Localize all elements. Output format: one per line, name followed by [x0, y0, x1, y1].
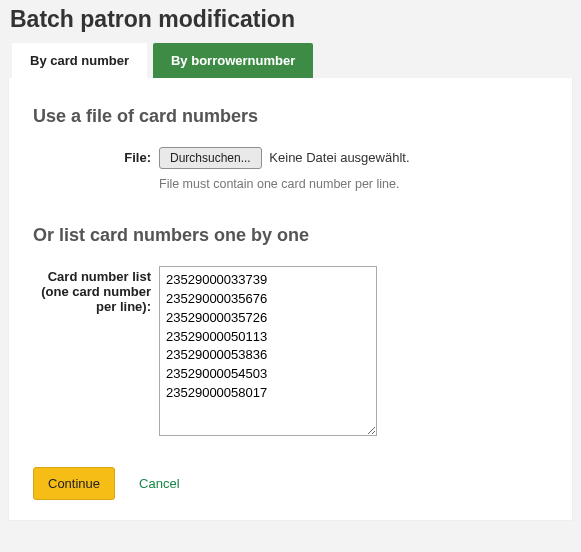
- browse-button[interactable]: Durchsuchen...: [159, 147, 262, 169]
- file-status: Keine Datei ausgewählt.: [269, 150, 409, 165]
- panel: Use a file of card numbers File: Durchsu…: [8, 78, 573, 521]
- file-hint: File must contain one card number per li…: [159, 177, 548, 191]
- tab-by-borrowernumber[interactable]: By borrowernumber: [153, 43, 313, 78]
- cancel-link[interactable]: Cancel: [139, 476, 179, 491]
- page-title: Batch patron modification: [10, 6, 573, 33]
- label-file: File:: [33, 147, 159, 191]
- heading-list: Or list card numbers one by one: [33, 225, 548, 246]
- heading-use-file: Use a file of card numbers: [33, 106, 548, 127]
- tab-bar: By card number By borrowernumber: [8, 43, 573, 78]
- tab-by-card-number[interactable]: By card number: [12, 43, 147, 78]
- label-card-list: Card number list (one card number per li…: [33, 266, 159, 439]
- continue-button[interactable]: Continue: [33, 467, 115, 500]
- card-number-textarea[interactable]: [159, 266, 377, 436]
